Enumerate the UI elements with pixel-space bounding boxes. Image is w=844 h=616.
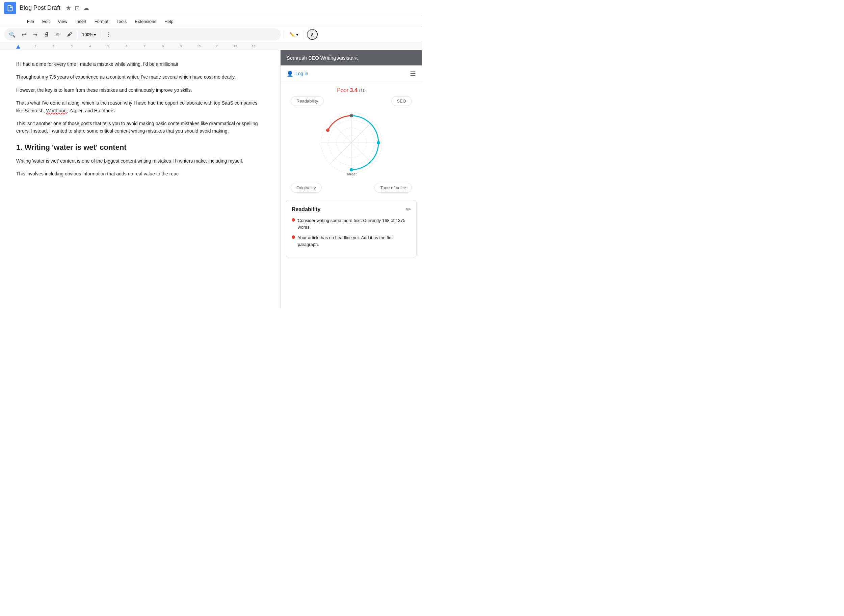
search-button[interactable]: 🔍 bbox=[7, 29, 18, 40]
document-content: If I had a dime for every time I made a … bbox=[16, 60, 264, 178]
doc-para-3: However, the key is to learn from these … bbox=[16, 87, 264, 94]
ruler: 1 2 3 4 5 6 7 8 9 10 11 12 13 bbox=[0, 42, 422, 50]
readability-item-2: Your article has no headline yet. Add it… bbox=[292, 235, 411, 248]
radar-chart-wrap: Target bbox=[287, 107, 415, 182]
radar-chart: Target bbox=[309, 107, 394, 182]
paint-format-button[interactable]: 🖌 bbox=[64, 29, 75, 40]
readability-tab[interactable]: Readability bbox=[291, 96, 324, 106]
ruler-mark-12: 12 bbox=[234, 44, 237, 48]
toolbar-divider3 bbox=[304, 30, 304, 38]
readability-text-2: Your article has no headline yet. Add it… bbox=[298, 235, 411, 248]
doc-para-2: Throughout my 7.5 years of experience as… bbox=[16, 73, 264, 81]
main-layout: If I had a dime for every time I made a … bbox=[0, 50, 422, 308]
ruler-mark-3: 3 bbox=[71, 44, 73, 48]
radar-container: Readability SEO bbox=[281, 96, 422, 196]
undo-button[interactable]: ↩ bbox=[18, 29, 29, 40]
originality-tab[interactable]: Originality bbox=[291, 183, 322, 193]
login-button[interactable]: 👤 Log in bbox=[287, 70, 308, 77]
star-icon[interactable]: ★ bbox=[66, 4, 71, 12]
doc-para-7: This involves including obvious informat… bbox=[16, 170, 264, 177]
doc-para-6: Writing 'water is wet' content is one of… bbox=[16, 157, 264, 164]
doc-para-1: If I had a dime for every time I made a … bbox=[16, 60, 264, 68]
menu-file[interactable]: File bbox=[24, 18, 37, 25]
tone-of-voice-tab[interactable]: Tone of voice bbox=[374, 183, 412, 193]
score-total: /10 bbox=[359, 88, 365, 93]
menu-insert[interactable]: Insert bbox=[72, 18, 90, 25]
panel-header: Semrush SEO Writing Assistant bbox=[281, 50, 422, 66]
app-icon bbox=[4, 2, 16, 14]
doc-heading-1: 1. Writing 'water is wet' content bbox=[16, 143, 264, 152]
ruler-mark-13: 13 bbox=[252, 44, 255, 48]
semrush-panel: Semrush SEO Writing Assistant 👤 Log in ☰… bbox=[280, 50, 422, 308]
readability-item-1: Consider writing some more text. Current… bbox=[292, 217, 411, 230]
zoom-value: 100% bbox=[82, 32, 93, 37]
doc-title: Blog Post Draft bbox=[19, 4, 60, 12]
svg-point-11 bbox=[350, 168, 353, 172]
ruler-mark-4: 4 bbox=[89, 44, 91, 48]
score-value: 3.4 bbox=[350, 87, 357, 93]
ruler-mark-10: 10 bbox=[197, 44, 200, 48]
more-options-button[interactable]: ⋮ bbox=[103, 29, 114, 40]
menu-bar: File Edit View Insert Format Tools Exten… bbox=[0, 16, 422, 27]
user-icon: 👤 bbox=[287, 70, 293, 77]
radar-bottom-labels: Originality Tone of voice bbox=[287, 183, 415, 193]
collapse-toolbar-button[interactable]: ∧ bbox=[307, 29, 318, 40]
folder-icon[interactable]: ⊡ bbox=[75, 4, 80, 12]
readability-title: Readability bbox=[292, 207, 321, 213]
ruler-mark-5: 5 bbox=[107, 44, 109, 48]
zoom-control[interactable]: 100% ▾ bbox=[79, 31, 99, 38]
panel-subheader: 👤 Log in ☰ bbox=[281, 66, 422, 82]
readability-card-header: Readability ✏ bbox=[292, 206, 411, 213]
title-icons: ★ ⊡ ☁ bbox=[66, 4, 89, 12]
svg-text:Target: Target bbox=[346, 172, 356, 176]
redo-button[interactable]: ↪ bbox=[30, 29, 41, 40]
ruler-mark-2: 2 bbox=[53, 44, 54, 48]
menu-format[interactable]: Format bbox=[91, 18, 112, 25]
menu-tools[interactable]: Tools bbox=[113, 18, 130, 25]
svg-point-9 bbox=[326, 129, 329, 132]
ruler-mark-11: 11 bbox=[215, 44, 219, 48]
seo-tab[interactable]: SEO bbox=[391, 96, 412, 106]
menu-view[interactable]: View bbox=[54, 18, 71, 25]
editing-mode-button[interactable]: ✏️ ▾ bbox=[287, 31, 301, 38]
editing-chevron: ▾ bbox=[296, 32, 298, 37]
red-dot-1 bbox=[292, 218, 295, 221]
pencil-icon: ✏️ bbox=[289, 32, 295, 37]
wordtune-underline: Wordtune bbox=[46, 108, 66, 113]
score-area: Poor 3.4 /10 bbox=[281, 82, 422, 96]
docs-icon bbox=[6, 4, 14, 12]
ruler-mark-1: 1 bbox=[34, 44, 36, 48]
login-label: Log in bbox=[296, 71, 308, 76]
readability-card: Readability ✏ Consider writing some more… bbox=[286, 200, 417, 257]
ruler-mark-8: 8 bbox=[162, 44, 164, 48]
menu-help[interactable]: Help bbox=[161, 18, 177, 25]
radar-top-labels: Readability SEO bbox=[287, 96, 415, 106]
toolbar-divider bbox=[77, 30, 77, 38]
score-label: Poor bbox=[337, 87, 348, 93]
spellcheck-button[interactable]: ✏ bbox=[53, 29, 63, 40]
readability-text-1: Consider writing some more text. Current… bbox=[298, 217, 411, 230]
cloud-icon[interactable]: ☁ bbox=[83, 4, 89, 12]
svg-point-8 bbox=[350, 114, 353, 117]
top-bar: Blog Post Draft ★ ⊡ ☁ bbox=[0, 0, 422, 16]
doc-para-4: That's what I've done all along, which i… bbox=[16, 99, 264, 114]
ruler-mark-7: 7 bbox=[144, 44, 146, 48]
zoom-chevron: ▾ bbox=[94, 32, 96, 37]
red-dot-2 bbox=[292, 235, 295, 239]
panel-title: Semrush SEO Writing Assistant bbox=[287, 55, 358, 61]
menu-edit[interactable]: Edit bbox=[39, 18, 53, 25]
readability-edit-icon[interactable]: ✏ bbox=[406, 206, 411, 213]
ruler-mark-9: 9 bbox=[180, 44, 182, 48]
document-area[interactable]: If I had a dime for every time I made a … bbox=[0, 50, 280, 308]
hamburger-menu[interactable]: ☰ bbox=[410, 69, 416, 78]
svg-point-10 bbox=[377, 141, 380, 144]
toolbar-section-divider bbox=[284, 30, 284, 38]
ruler-mark-6: 6 bbox=[126, 44, 127, 48]
ruler-tab-marker bbox=[16, 45, 20, 49]
menu-extensions[interactable]: Extensions bbox=[131, 18, 160, 25]
doc-para-5: This isn't another one of those posts th… bbox=[16, 120, 264, 135]
print-button[interactable]: 🖨 bbox=[41, 29, 52, 40]
